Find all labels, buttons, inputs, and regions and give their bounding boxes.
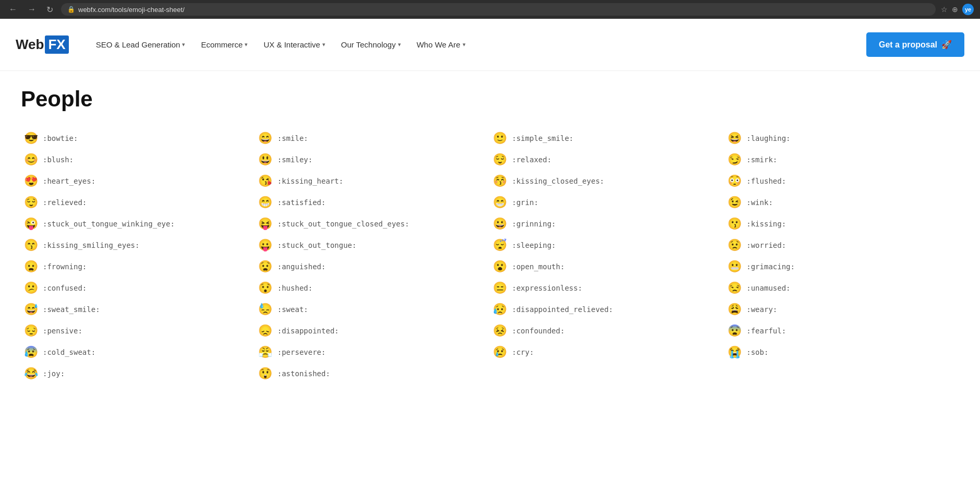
list-item: 😣 :confounded: [490, 320, 725, 341]
emoji-code: :flushed: [746, 177, 786, 185]
nav-item-who-we-are-label: Who We Are [417, 40, 461, 49]
emoji-code: :hushed: [277, 284, 312, 292]
emoji-char: 😛 [258, 238, 273, 252]
emoji-char: 😗 [727, 217, 742, 230]
emoji-code: :grin: [512, 198, 539, 207]
list-item: 😌 :relaxed: [490, 149, 725, 170]
emoji-char: 😥 [492, 303, 508, 316]
nav-item-ux[interactable]: UX & Interactive ▾ [257, 36, 331, 53]
list-item: 😅 :sweat_smile: [21, 298, 256, 320]
list-item: 😄 :smile: [256, 127, 490, 149]
emoji-code: :relaxed: [512, 155, 552, 164]
back-button[interactable]: ← [6, 4, 20, 15]
emoji-code: :kissing_closed_eyes: [512, 177, 604, 185]
logo-text: Web [16, 37, 44, 53]
site-header: WebFX SEO & Lead Generation ▾ Ecommerce … [0, 19, 980, 71]
browser-url: webfx.com/tools/emoji-cheat-sheet/ [78, 6, 185, 14]
emoji-char: 😉 [727, 196, 742, 209]
extension-icon[interactable]: ⊕ [952, 5, 958, 14]
emoji-code: :wink: [746, 198, 773, 207]
logo[interactable]: WebFX [16, 35, 69, 54]
emoji-char: 😔 [23, 324, 39, 337]
list-item: 😟 :worried: [724, 234, 959, 256]
list-item: 😬 :grimacing: [724, 256, 959, 277]
list-item: 😜 :stuck_out_tongue_winking_eye: [21, 213, 256, 234]
emoji-code: :sob: [746, 348, 768, 356]
list-item: 😀 :grinning: [490, 213, 725, 234]
emoji-char: 😎 [23, 131, 39, 145]
emoji-code: :sleeping: [512, 241, 556, 249]
emoji-code: :joy: [43, 369, 65, 378]
list-item: 😯 :hushed: [256, 277, 490, 298]
avatar-icon[interactable]: ye [962, 4, 974, 15]
list-item: 😏 :smirk: [724, 149, 959, 170]
emoji-code: :relieved: [43, 198, 87, 207]
emoji-char: 😧 [258, 260, 273, 273]
emoji-char: 😂 [23, 367, 39, 380]
list-item: 😒 :unamused: [724, 277, 959, 298]
get-proposal-button[interactable]: Get a proposal 🚀 [866, 32, 964, 57]
emoji-code: :disappointed_relieved: [512, 305, 613, 314]
emoji-code: :worried: [746, 241, 786, 249]
emoji-char: 😍 [23, 174, 39, 187]
emoji-char: 😝 [258, 217, 273, 230]
list-item: 😲 :astonished: [256, 363, 490, 384]
nav-chevron-who-we-are: ▾ [463, 41, 466, 48]
nav-item-ecommerce[interactable]: Ecommerce ▾ [195, 36, 254, 53]
list-item: 😍 :heart_eyes: [21, 170, 256, 191]
emoji-code: :stuck_out_tongue: [277, 241, 357, 249]
list-item: 😛 :stuck_out_tongue: [256, 234, 490, 256]
emoji-char: 😙 [23, 238, 39, 252]
forward-button[interactable]: → [25, 4, 39, 15]
emoji-char: 😜 [23, 217, 39, 230]
emoji-char: 😀 [492, 217, 508, 230]
logo-fx: FX [45, 35, 68, 54]
list-item: 😙 :kissing_smiling_eyes: [21, 234, 256, 256]
emoji-char: 😯 [258, 281, 273, 294]
emoji-char: 😃 [258, 153, 273, 166]
nav-item-who-we-are[interactable]: Who We Are ▾ [410, 36, 472, 53]
emoji-code: :blush: [43, 155, 74, 164]
list-item: 😢 :cry: [490, 341, 725, 363]
star-icon[interactable]: ☆ [941, 5, 948, 14]
emoji-code: :kissing_smiling_eyes: [43, 241, 139, 249]
emoji-char: 😨 [727, 324, 742, 337]
list-item: 😞 :disappointed: [256, 320, 490, 341]
emoji-grid: 😎 :bowtie: 😄 :smile: 🙂 :simple_smile: 😆 … [21, 127, 959, 384]
emoji-code: :grimacing: [746, 262, 795, 271]
emoji-code: :unamused: [746, 284, 790, 292]
nav-item-seo[interactable]: SEO & Lead Generation ▾ [90, 36, 192, 53]
main-content: People 😎 :bowtie: 😄 :smile: 🙂 :simple_sm… [0, 71, 980, 400]
list-item: 😧 :anguished: [256, 256, 490, 277]
emoji-char: 😁 [492, 196, 508, 209]
list-item: 😂 :joy: [21, 363, 256, 384]
list-item: 😴 :sleeping: [490, 234, 725, 256]
list-item: 😤 :persevere: [256, 341, 490, 363]
emoji-char: 😳 [727, 174, 742, 187]
emoji-code: :smile: [277, 134, 308, 142]
list-item: 😩 :weary: [724, 298, 959, 320]
list-item: 😳 :flushed: [724, 170, 959, 191]
emoji-code: :laughing: [746, 134, 790, 142]
emoji-char: 😟 [727, 238, 742, 252]
list-item: 😔 :pensive: [21, 320, 256, 341]
address-bar[interactable]: 🔒 webfx.com/tools/emoji-cheat-sheet/ [61, 3, 936, 16]
emoji-char: 😤 [258, 345, 273, 358]
browser-chrome: ← → ↻ 🔒 webfx.com/tools/emoji-cheat-shee… [0, 0, 980, 19]
emoji-char: 😌 [23, 196, 39, 209]
emoji-char: 😭 [727, 345, 742, 358]
emoji-char: 😌 [492, 153, 508, 166]
emoji-char: 😣 [492, 324, 508, 337]
emoji-code: :bowtie: [43, 134, 78, 142]
reload-button[interactable]: ↻ [44, 4, 56, 16]
nav-menu: SEO & Lead Generation ▾ Ecommerce ▾ UX &… [90, 36, 866, 53]
list-item: 😕 :confused: [21, 277, 256, 298]
emoji-char: 😴 [492, 238, 508, 252]
list-item: 😨 :fearful: [724, 320, 959, 341]
list-item: 😘 :kissing_heart: [256, 170, 490, 191]
nav-item-technology[interactable]: Our Technology ▾ [335, 36, 407, 53]
page-heading: People [21, 87, 959, 112]
emoji-code: :sweat: [277, 305, 308, 314]
emoji-code: :persevere: [277, 348, 326, 356]
emoji-code: :fearful: [746, 327, 786, 335]
